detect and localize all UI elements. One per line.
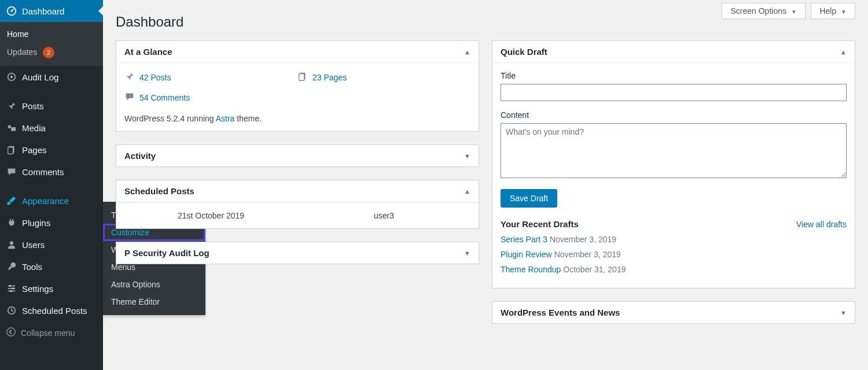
chevron-down-icon: ▼ [791, 9, 797, 15]
box-title: WordPress Events and News [501, 308, 620, 317]
glance-posts: 42 Posts [124, 71, 297, 83]
dashboard-column-left: At a Glance ▲ 42 Posts [116, 40, 479, 336]
draft-link[interactable]: Theme Roundup [501, 265, 561, 274]
sliders-icon [6, 283, 17, 294]
svg-rect-5 [11, 127, 16, 131]
scheduled-post-row: 21st October 2019 user3 [116, 202, 479, 228]
box-title: P Security Audit Log [124, 248, 209, 258]
scheduled-date: 21st October 2019 [124, 211, 297, 220]
sidebar-item-label: Pages [22, 145, 47, 155]
sidebar-item-label: Comments [22, 167, 64, 177]
pages-icon [6, 144, 17, 156]
draft-link[interactable]: Plugin Review [501, 250, 552, 259]
wp-events-news-header[interactable]: WordPress Events and News ▼ [492, 302, 855, 323]
wp-events-news-box: WordPress Events and News ▼ [492, 301, 855, 324]
sidebar-item-plugins[interactable]: Plugins [0, 212, 103, 234]
collapse-menu[interactable]: Collapse menu [0, 321, 103, 344]
at-a-glance-header[interactable]: At a Glance ▲ [116, 41, 479, 63]
quick-draft-body: Title Content Save Draft Your Recent Dra… [492, 63, 855, 288]
sidebar-submenu-dashboard: Home Updates 2 [0, 22, 103, 66]
scheduled-posts-header[interactable]: Scheduled Posts ▲ [116, 180, 479, 202]
svg-point-14 [10, 290, 12, 293]
help-tab[interactable]: Help ▼ [811, 3, 855, 19]
svg-point-4 [8, 125, 11, 128]
svg-point-16 [7, 328, 15, 336]
collapse-up-icon: ▲ [840, 49, 847, 56]
sidebar-item-label: Audit Log [22, 72, 58, 82]
box-title: Scheduled Posts [124, 186, 194, 196]
draft-date: November 3, 2019 [554, 250, 621, 259]
quick-draft-header[interactable]: Quick Draft ▲ [492, 41, 855, 63]
sidebar-item-users[interactable]: Users [0, 234, 103, 256]
sidebar-item-label: Users [22, 240, 45, 250]
scheduled-user: user3 [297, 211, 470, 220]
user-icon [6, 239, 17, 250]
running-prefix: WordPress 5.2.4 running [124, 114, 216, 123]
draft-title-input[interactable] [501, 84, 847, 101]
admin-sidebar: Dashboard Home Updates 2 Audit Log Posts… [0, 0, 103, 370]
activity-header[interactable]: Activity ▼ [116, 145, 479, 166]
scheduled-posts-box: Scheduled Posts ▲ 21st October 2019 user… [116, 180, 479, 229]
svg-point-12 [9, 285, 12, 287]
sidebar-item-comments[interactable]: Comments [0, 161, 103, 183]
sidebar-subitem-updates[interactable]: Updates 2 [0, 43, 103, 62]
sidebar-item-tools[interactable]: Tools [0, 256, 103, 278]
collapse-up-icon: ▲ [464, 49, 470, 56]
screen-options-tab[interactable]: Screen Options ▼ [722, 3, 805, 19]
svg-point-3 [10, 76, 13, 79]
sidebar-subitem-label: Updates [7, 47, 37, 57]
recent-drafts-heading: Your Recent Drafts [501, 219, 579, 229]
audit-log-icon [6, 71, 17, 83]
quick-draft-box: Quick Draft ▲ Title Content Save Draft Y… [492, 40, 855, 288]
sidebar-item-dashboard[interactable]: Dashboard [0, 0, 103, 22]
sidebar-item-audit-log[interactable]: Audit Log [0, 66, 103, 88]
sidebar-item-pages[interactable]: Pages [0, 139, 103, 161]
glance-comments-link[interactable]: 54 Comments [139, 93, 190, 102]
sidebar-item-label: Plugins [22, 218, 50, 228]
sidebar-item-posts[interactable]: Posts [0, 95, 103, 117]
brush-icon [6, 195, 17, 206]
svg-point-13 [12, 287, 14, 290]
collapse-label: Collapse menu [21, 328, 75, 338]
chevron-down-icon: ▼ [841, 9, 847, 15]
sidebar-item-label: Posts [22, 101, 44, 111]
wrench-icon [6, 261, 17, 272]
draft-content-label: Content [501, 110, 847, 120]
running-suffix: theme. [234, 114, 262, 123]
updates-badge: 2 [43, 47, 54, 58]
svg-point-8 [10, 241, 13, 245]
draft-item: Theme RoundupOctober 31, 2019 [501, 265, 847, 274]
sidebar-item-settings[interactable]: Settings [0, 278, 103, 299]
comments-icon [6, 166, 17, 177]
sidebar-item-scheduled-posts[interactable]: Scheduled Posts [0, 299, 103, 321]
plug-icon [6, 217, 17, 228]
main-content: Screen Options ▼ Help ▼ Dashboard At a G… [103, 0, 868, 370]
glance-posts-link[interactable]: 42 Posts [139, 73, 171, 82]
at-a-glance-box: At a Glance ▲ 42 Posts [116, 40, 479, 132]
at-a-glance-body: 42 Posts 23 Pages [116, 63, 479, 131]
view-all-drafts-link[interactable]: View all drafts [796, 220, 847, 229]
draft-content-textarea[interactable] [501, 123, 847, 178]
sidebar-item-label: Tools [22, 262, 42, 272]
draft-link[interactable]: Series Part 3 [501, 235, 547, 244]
collapse-icon [6, 327, 16, 339]
box-title: Activity [124, 151, 156, 161]
screen-meta-tabs: Screen Options ▼ Help ▼ [718, 3, 855, 19]
svg-rect-7 [8, 147, 13, 154]
box-title: At a Glance [124, 47, 172, 57]
security-audit-log-header[interactable]: P Security Audit Log ▼ [116, 242, 479, 264]
expand-down-icon: ▼ [464, 250, 470, 257]
theme-link[interactable]: Astra [216, 114, 235, 123]
svg-point-1 [10, 10, 12, 12]
schedule-icon [6, 305, 17, 316]
sidebar-item-media[interactable]: Media [0, 117, 103, 139]
svg-rect-18 [299, 74, 304, 81]
sidebar-subitem-home[interactable]: Home [0, 25, 103, 43]
expand-down-icon: ▼ [464, 153, 470, 160]
save-draft-button[interactable]: Save Draft [501, 189, 557, 208]
glance-pages-link[interactable]: 23 Pages [312, 73, 347, 82]
dashboard-icon [6, 5, 17, 17]
media-icon [6, 122, 17, 134]
security-audit-log-box: P Security Audit Log ▼ [116, 242, 479, 264]
sidebar-item-appearance[interactable]: Appearance [0, 190, 103, 212]
